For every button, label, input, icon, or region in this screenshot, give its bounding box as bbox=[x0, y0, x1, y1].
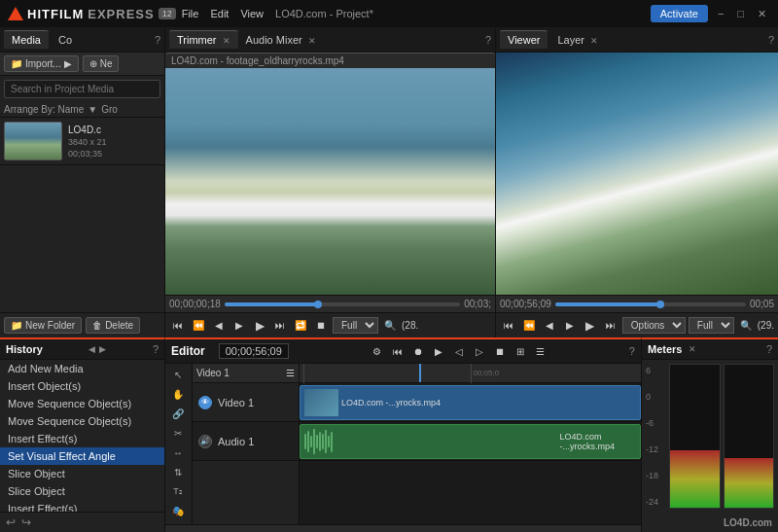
trimmer-timeline-handle[interactable] bbox=[314, 301, 322, 308]
playhead[interactable] bbox=[419, 364, 421, 382]
delete-button[interactable]: 🗑 Delete bbox=[86, 317, 140, 334]
tab-layer[interactable]: Layer ✕ bbox=[549, 31, 606, 49]
undo-button[interactable]: ↩ bbox=[6, 515, 16, 529]
viewer-step-forward-icon[interactable]: ▶ bbox=[561, 317, 579, 335]
trim-step-forward-icon[interactable]: ▶ bbox=[230, 317, 248, 335]
trimmer-progress-bar[interactable] bbox=[225, 302, 460, 306]
editor-stop-icon[interactable]: ⏹ bbox=[491, 342, 509, 360]
audio-visibility-toggle[interactable]: 🔊 bbox=[198, 435, 212, 448]
trim-out-icon[interactable]: ⏹ bbox=[312, 317, 330, 335]
history-help-icon[interactable]: ? bbox=[153, 343, 159, 355]
history-item-insert-effect-2[interactable]: Insert Effect(s) bbox=[0, 500, 164, 512]
history-item-set-angle[interactable]: Set Visual Effect Angle bbox=[0, 447, 164, 465]
audio-clip[interactable]: LO4D.com -...yrocks.mp4 bbox=[300, 424, 641, 459]
trim-back-icon[interactable]: ⏪ bbox=[190, 317, 207, 335]
viewer-options-dropdown[interactable]: Options bbox=[622, 317, 686, 334]
redo-button[interactable]: ↪ bbox=[21, 515, 31, 529]
viewer-back-icon[interactable]: ⏪ bbox=[520, 317, 538, 335]
editor-controls: ⚙ ⏮ ⏺ ▶ ◁ ▷ ⏹ ⊞ ☰ bbox=[369, 342, 549, 360]
editor-record-icon[interactable]: ⏺ bbox=[409, 342, 427, 360]
hand-tool-icon[interactable]: ✋ bbox=[167, 385, 189, 403]
media-help-icon[interactable]: ? bbox=[155, 34, 160, 46]
text-tool-icon[interactable]: T₂ bbox=[167, 482, 189, 500]
audio-mixer-tab-close[interactable]: ✕ bbox=[308, 36, 316, 46]
maximize-button[interactable]: □ bbox=[733, 8, 748, 19]
history-item-slice-1[interactable]: Slice Object bbox=[0, 465, 164, 482]
editor-settings-icon[interactable]: ⚙ bbox=[369, 342, 386, 360]
editor-help-icon[interactable]: ? bbox=[629, 345, 635, 357]
history-nav-prev[interactable]: ◀ bbox=[88, 344, 95, 354]
history-list: Add New Media Insert Object(s) Move Sequ… bbox=[0, 360, 164, 512]
menu-edit[interactable]: Edit bbox=[210, 8, 229, 19]
editor-play-icon[interactable]: ▶ bbox=[430, 342, 447, 360]
move-tool-icon[interactable]: ⇅ bbox=[167, 463, 189, 480]
tab-co[interactable]: Co bbox=[51, 31, 80, 49]
meter-scale: 6 0 -6 -12 -18 -24 bbox=[646, 364, 665, 509]
new-button[interactable]: ⊕ Ne bbox=[83, 55, 120, 72]
viewer-play-icon[interactable]: ▶ bbox=[582, 317, 599, 335]
search-input[interactable] bbox=[4, 80, 160, 98]
viewer-end-icon[interactable]: ⏭ bbox=[602, 317, 619, 335]
history-item-slice-2[interactable]: Slice Object bbox=[0, 482, 164, 500]
layer-tab-close[interactable]: ✕ bbox=[590, 36, 598, 46]
editor-mark-out-icon[interactable]: ▷ bbox=[471, 342, 488, 360]
arrange-dropdown-icon[interactable]: ▼ bbox=[88, 104, 97, 115]
trim-play-icon[interactable]: ▶ bbox=[251, 317, 268, 335]
history-item-move-seq-2[interactable]: Move Sequence Object(s) bbox=[0, 412, 164, 430]
viewer-help-icon[interactable]: ? bbox=[768, 34, 774, 46]
activate-button[interactable]: Activate bbox=[651, 5, 708, 22]
trimmer-tab-close[interactable]: ✕ bbox=[223, 36, 230, 46]
editor-scrollbar[interactable] bbox=[165, 524, 641, 532]
menu-file[interactable]: File bbox=[182, 8, 199, 19]
razor-tool-icon[interactable]: ✂ bbox=[167, 424, 189, 442]
meters-content: 6 0 -6 -12 -18 -24 bbox=[642, 360, 778, 513]
video-clip[interactable]: LO4D.com -...yrocks.mp4 bbox=[300, 385, 641, 420]
editor-grid-icon[interactable]: ⊞ bbox=[512, 342, 529, 360]
link-tool-icon[interactable]: 🔗 bbox=[167, 405, 189, 422]
viewer-zoom-icon[interactable]: 🔍 bbox=[737, 317, 755, 335]
new-folder-button[interactable]: 📁 New Folder bbox=[4, 317, 82, 334]
tab-audio-mixer[interactable]: Audio Mixer ✕ bbox=[238, 31, 324, 49]
trimmer-help-icon[interactable]: ? bbox=[485, 34, 491, 46]
history-nav-next[interactable]: ▶ bbox=[99, 344, 106, 354]
trim-step-back-icon[interactable]: ◀ bbox=[210, 317, 228, 335]
media-item[interactable]: LO4D.c 3840 x 21 00;03;35 bbox=[0, 118, 164, 165]
viewer-step-back-icon[interactable]: ◀ bbox=[541, 317, 558, 335]
trimmer-full-dropdown[interactable]: Full bbox=[333, 317, 378, 334]
viewer-start-icon[interactable]: ⏮ bbox=[500, 317, 517, 335]
tab-trimmer[interactable]: Trimmer ✕ bbox=[169, 30, 238, 49]
wave-bar bbox=[328, 436, 330, 448]
viewer-full-dropdown[interactable]: Full bbox=[689, 317, 734, 334]
tracks-menu-icon[interactable]: ☰ bbox=[286, 368, 295, 378]
trimmer-zoom-level: (28. bbox=[402, 320, 418, 331]
history-item-insert-effect-1[interactable]: Insert Effect(s) bbox=[0, 430, 164, 447]
history-item-insert-obj[interactable]: Insert Object(s) bbox=[0, 377, 164, 395]
history-item-move-seq-1[interactable]: Move Sequence Object(s) bbox=[0, 395, 164, 412]
slip-tool-icon[interactable]: ↔ bbox=[167, 443, 189, 461]
trim-end-icon[interactable]: ⏭ bbox=[271, 317, 289, 335]
effect-tool-icon[interactable]: 🎭 bbox=[167, 502, 189, 519]
editor-mark-in-icon[interactable]: ◁ bbox=[450, 342, 468, 360]
lo4d-watermark: LO4D.com bbox=[724, 517, 772, 528]
tab-media[interactable]: Media bbox=[4, 30, 49, 49]
import-button[interactable]: 📁 Import... ▶ bbox=[4, 55, 79, 72]
video-visibility-toggle[interactable]: 👁 bbox=[198, 396, 212, 409]
editor-menu-icon[interactable]: ☰ bbox=[532, 342, 549, 360]
select-tool-icon[interactable]: ↖ bbox=[167, 366, 189, 383]
trim-start-icon[interactable]: ⏮ bbox=[169, 317, 187, 335]
title-bar: HITFILM EXPRESS 12 File Edit View LO4D.c… bbox=[0, 0, 778, 27]
menu-view[interactable]: View bbox=[240, 8, 264, 19]
minimize-button[interactable]: − bbox=[714, 8, 727, 19]
media-panel-tabs: Media Co ? bbox=[0, 27, 164, 53]
editor-timecode[interactable]: 00;00;56;09 bbox=[219, 343, 289, 359]
viewer-progress-bar[interactable] bbox=[555, 302, 746, 306]
trim-loop-icon[interactable]: 🔁 bbox=[292, 317, 309, 335]
history-item-add-media[interactable]: Add New Media bbox=[0, 360, 164, 377]
meters-help-icon[interactable]: ? bbox=[766, 343, 772, 355]
close-button[interactable]: ✕ bbox=[754, 8, 770, 20]
viewer-timeline-handle[interactable] bbox=[656, 301, 664, 308]
meters-tab-close[interactable]: ✕ bbox=[689, 344, 696, 354]
editor-rewind-icon[interactable]: ⏮ bbox=[389, 342, 407, 360]
tab-viewer[interactable]: Viewer bbox=[500, 30, 548, 49]
zoom-magnifier-icon[interactable]: 🔍 bbox=[381, 317, 399, 335]
